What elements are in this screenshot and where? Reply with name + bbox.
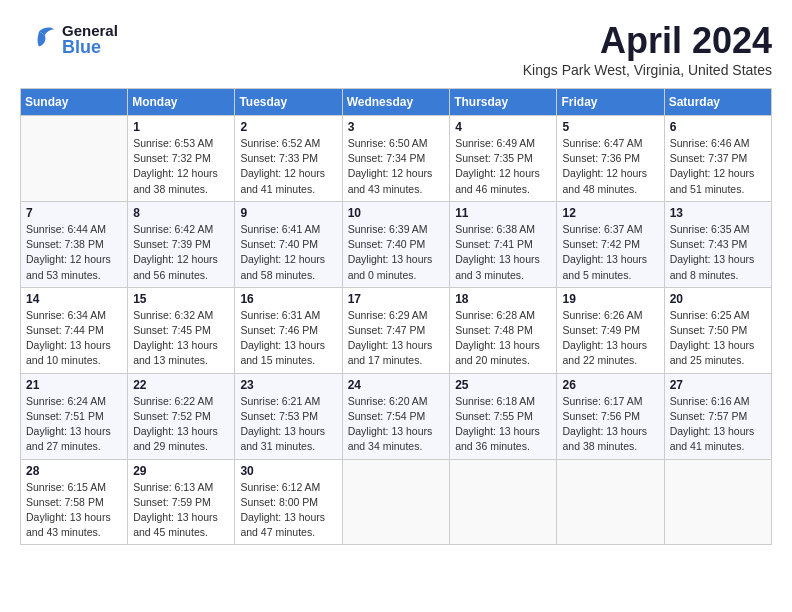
- day-info: Sunrise: 6:20 AM Sunset: 7:54 PM Dayligh…: [348, 394, 445, 455]
- title-block: April 2024 Kings Park West, Virginia, Un…: [523, 20, 772, 78]
- day-info: Sunrise: 6:34 AM Sunset: 7:44 PM Dayligh…: [26, 308, 122, 369]
- month-title: April 2024: [523, 20, 772, 62]
- day-number: 12: [562, 206, 658, 220]
- day-number: 17: [348, 292, 445, 306]
- calendar-cell: 1Sunrise: 6:53 AM Sunset: 7:32 PM Daylig…: [128, 116, 235, 202]
- calendar-cell: 13Sunrise: 6:35 AM Sunset: 7:43 PM Dayli…: [664, 201, 771, 287]
- day-number: 20: [670, 292, 766, 306]
- calendar-cell: [342, 459, 450, 545]
- calendar-header-row: SundayMondayTuesdayWednesdayThursdayFrid…: [21, 89, 772, 116]
- calendar-cell: 4Sunrise: 6:49 AM Sunset: 7:35 PM Daylig…: [450, 116, 557, 202]
- calendar-header-thursday: Thursday: [450, 89, 557, 116]
- day-info: Sunrise: 6:22 AM Sunset: 7:52 PM Dayligh…: [133, 394, 229, 455]
- calendar-cell: 18Sunrise: 6:28 AM Sunset: 7:48 PM Dayli…: [450, 287, 557, 373]
- day-number: 25: [455, 378, 551, 392]
- day-number: 13: [670, 206, 766, 220]
- day-info: Sunrise: 6:38 AM Sunset: 7:41 PM Dayligh…: [455, 222, 551, 283]
- day-info: Sunrise: 6:16 AM Sunset: 7:57 PM Dayligh…: [670, 394, 766, 455]
- calendar-cell: [664, 459, 771, 545]
- calendar-cell: 22Sunrise: 6:22 AM Sunset: 7:52 PM Dayli…: [128, 373, 235, 459]
- calendar-header-tuesday: Tuesday: [235, 89, 342, 116]
- day-info: Sunrise: 6:39 AM Sunset: 7:40 PM Dayligh…: [348, 222, 445, 283]
- calendar-cell: 24Sunrise: 6:20 AM Sunset: 7:54 PM Dayli…: [342, 373, 450, 459]
- day-number: 10: [348, 206, 445, 220]
- day-number: 5: [562, 120, 658, 134]
- day-number: 19: [562, 292, 658, 306]
- day-number: 28: [26, 464, 122, 478]
- day-info: Sunrise: 6:41 AM Sunset: 7:40 PM Dayligh…: [240, 222, 336, 283]
- day-info: Sunrise: 6:12 AM Sunset: 8:00 PM Dayligh…: [240, 480, 336, 541]
- calendar-cell: 11Sunrise: 6:38 AM Sunset: 7:41 PM Dayli…: [450, 201, 557, 287]
- logo-icon: [20, 20, 58, 58]
- day-info: Sunrise: 6:46 AM Sunset: 7:37 PM Dayligh…: [670, 136, 766, 197]
- calendar-cell: 9Sunrise: 6:41 AM Sunset: 7:40 PM Daylig…: [235, 201, 342, 287]
- day-number: 4: [455, 120, 551, 134]
- day-info: Sunrise: 6:24 AM Sunset: 7:51 PM Dayligh…: [26, 394, 122, 455]
- day-info: Sunrise: 6:49 AM Sunset: 7:35 PM Dayligh…: [455, 136, 551, 197]
- calendar-cell: [21, 116, 128, 202]
- calendar-header-saturday: Saturday: [664, 89, 771, 116]
- day-number: 16: [240, 292, 336, 306]
- day-info: Sunrise: 6:32 AM Sunset: 7:45 PM Dayligh…: [133, 308, 229, 369]
- calendar-cell: 27Sunrise: 6:16 AM Sunset: 7:57 PM Dayli…: [664, 373, 771, 459]
- day-number: 1: [133, 120, 229, 134]
- calendar-cell: [450, 459, 557, 545]
- day-info: Sunrise: 6:44 AM Sunset: 7:38 PM Dayligh…: [26, 222, 122, 283]
- day-number: 18: [455, 292, 551, 306]
- page-header: General Blue April 2024 Kings Park West,…: [20, 20, 772, 78]
- calendar-cell: 29Sunrise: 6:13 AM Sunset: 7:59 PM Dayli…: [128, 459, 235, 545]
- logo-blue-text: Blue: [62, 38, 118, 56]
- calendar-header-friday: Friday: [557, 89, 664, 116]
- calendar-cell: 26Sunrise: 6:17 AM Sunset: 7:56 PM Dayli…: [557, 373, 664, 459]
- calendar-cell: 14Sunrise: 6:34 AM Sunset: 7:44 PM Dayli…: [21, 287, 128, 373]
- day-info: Sunrise: 6:35 AM Sunset: 7:43 PM Dayligh…: [670, 222, 766, 283]
- day-info: Sunrise: 6:52 AM Sunset: 7:33 PM Dayligh…: [240, 136, 336, 197]
- day-number: 27: [670, 378, 766, 392]
- day-number: 9: [240, 206, 336, 220]
- day-info: Sunrise: 6:17 AM Sunset: 7:56 PM Dayligh…: [562, 394, 658, 455]
- calendar-cell: 8Sunrise: 6:42 AM Sunset: 7:39 PM Daylig…: [128, 201, 235, 287]
- calendar-cell: 16Sunrise: 6:31 AM Sunset: 7:46 PM Dayli…: [235, 287, 342, 373]
- calendar-header-wednesday: Wednesday: [342, 89, 450, 116]
- calendar-cell: 20Sunrise: 6:25 AM Sunset: 7:50 PM Dayli…: [664, 287, 771, 373]
- calendar-header-monday: Monday: [128, 89, 235, 116]
- calendar-cell: 28Sunrise: 6:15 AM Sunset: 7:58 PM Dayli…: [21, 459, 128, 545]
- day-number: 23: [240, 378, 336, 392]
- day-number: 26: [562, 378, 658, 392]
- logo: General Blue: [20, 20, 118, 58]
- day-number: 15: [133, 292, 229, 306]
- calendar-cell: 30Sunrise: 6:12 AM Sunset: 8:00 PM Dayli…: [235, 459, 342, 545]
- logo-general-text: General: [62, 23, 118, 38]
- calendar-cell: 17Sunrise: 6:29 AM Sunset: 7:47 PM Dayli…: [342, 287, 450, 373]
- calendar-week-4: 21Sunrise: 6:24 AM Sunset: 7:51 PM Dayli…: [21, 373, 772, 459]
- calendar-cell: 7Sunrise: 6:44 AM Sunset: 7:38 PM Daylig…: [21, 201, 128, 287]
- day-info: Sunrise: 6:13 AM Sunset: 7:59 PM Dayligh…: [133, 480, 229, 541]
- calendar-cell: 25Sunrise: 6:18 AM Sunset: 7:55 PM Dayli…: [450, 373, 557, 459]
- day-number: 2: [240, 120, 336, 134]
- day-number: 3: [348, 120, 445, 134]
- calendar-cell: [557, 459, 664, 545]
- logo-text: General Blue: [62, 23, 118, 56]
- day-number: 24: [348, 378, 445, 392]
- day-info: Sunrise: 6:31 AM Sunset: 7:46 PM Dayligh…: [240, 308, 336, 369]
- calendar-cell: 12Sunrise: 6:37 AM Sunset: 7:42 PM Dayli…: [557, 201, 664, 287]
- day-info: Sunrise: 6:47 AM Sunset: 7:36 PM Dayligh…: [562, 136, 658, 197]
- day-number: 29: [133, 464, 229, 478]
- calendar-cell: 5Sunrise: 6:47 AM Sunset: 7:36 PM Daylig…: [557, 116, 664, 202]
- calendar-week-1: 1Sunrise: 6:53 AM Sunset: 7:32 PM Daylig…: [21, 116, 772, 202]
- day-number: 11: [455, 206, 551, 220]
- location-text: Kings Park West, Virginia, United States: [523, 62, 772, 78]
- day-info: Sunrise: 6:28 AM Sunset: 7:48 PM Dayligh…: [455, 308, 551, 369]
- calendar-cell: 3Sunrise: 6:50 AM Sunset: 7:34 PM Daylig…: [342, 116, 450, 202]
- day-info: Sunrise: 6:25 AM Sunset: 7:50 PM Dayligh…: [670, 308, 766, 369]
- calendar-cell: 19Sunrise: 6:26 AM Sunset: 7:49 PM Dayli…: [557, 287, 664, 373]
- calendar-cell: 23Sunrise: 6:21 AM Sunset: 7:53 PM Dayli…: [235, 373, 342, 459]
- day-number: 30: [240, 464, 336, 478]
- day-number: 6: [670, 120, 766, 134]
- day-info: Sunrise: 6:50 AM Sunset: 7:34 PM Dayligh…: [348, 136, 445, 197]
- day-number: 21: [26, 378, 122, 392]
- calendar-cell: 21Sunrise: 6:24 AM Sunset: 7:51 PM Dayli…: [21, 373, 128, 459]
- calendar-week-2: 7Sunrise: 6:44 AM Sunset: 7:38 PM Daylig…: [21, 201, 772, 287]
- calendar-table: SundayMondayTuesdayWednesdayThursdayFrid…: [20, 88, 772, 545]
- day-info: Sunrise: 6:26 AM Sunset: 7:49 PM Dayligh…: [562, 308, 658, 369]
